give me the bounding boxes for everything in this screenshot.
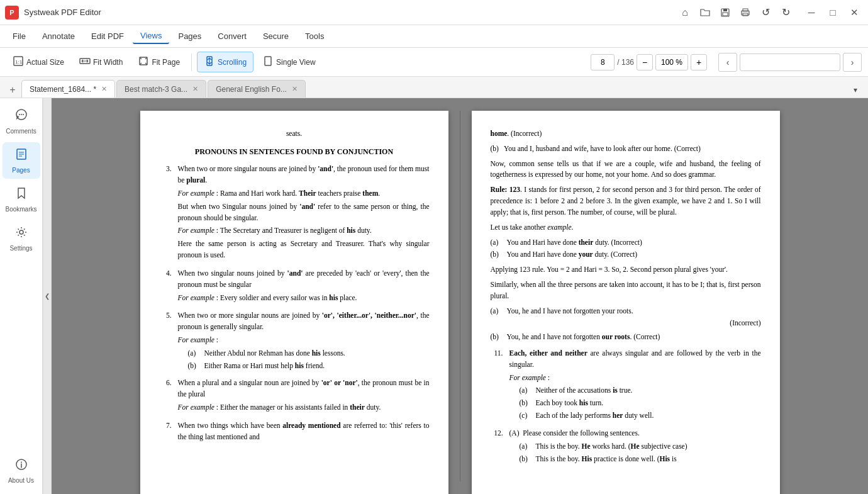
page-nav-group: / 136 − + ‹ › (591, 53, 862, 72)
pdf-viewer[interactable]: seats. PRONOUNS IN SENTENCES FOUND BY CO… (52, 98, 868, 494)
scrolling-btn[interactable]: Scrolling (197, 52, 253, 72)
tab-statement[interactable]: Statement_1684... * ✕ (21, 80, 115, 98)
tab-label: Statement_1684... * (30, 85, 96, 94)
page-input[interactable] (591, 54, 615, 70)
prev-page-button[interactable]: ‹ (718, 53, 737, 72)
bookmarks-icon (14, 186, 28, 203)
sidebar-item-bookmarks[interactable]: Bookmarks (3, 181, 40, 218)
close-button[interactable]: ✕ (845, 4, 863, 21)
pdf-item-a2: (a)You, he and I have not forgotten your… (491, 306, 761, 317)
pdf-b-top: (b) You and I, husband and wife, have to… (491, 143, 761, 155)
tab-close-generalenglish[interactable]: ✕ (292, 85, 298, 93)
folder-icon[interactable] (696, 3, 715, 22)
pages-label: Pages (12, 167, 30, 174)
tabs-overflow-button[interactable]: ▾ (848, 82, 863, 98)
single-view-btn[interactable]: Single View (256, 52, 321, 72)
pdf-page-right: home. (Incorrect) (b) You and I, husband… (472, 111, 780, 494)
scrolling-icon (204, 55, 215, 69)
fit-width-icon (79, 55, 91, 69)
pdf-item-11: 11. Each, either and neither are always … (491, 348, 761, 423)
print-icon[interactable] (736, 3, 755, 22)
svg-text:1:1: 1:1 (15, 59, 23, 65)
fit-width-label: Fit Width (93, 58, 123, 67)
pdf-para2: Let us take another example. (491, 222, 761, 233)
svg-rect-2 (723, 13, 728, 16)
scrolling-label: Scrolling (218, 58, 247, 67)
svg-rect-1 (723, 9, 727, 11)
undo-icon[interactable]: ↺ (756, 3, 775, 22)
comments-label: Comments (6, 128, 36, 135)
search-input[interactable] (740, 53, 840, 71)
pdf-para4: Similarly, when all the three persons ar… (491, 279, 761, 302)
fit-page-btn[interactable]: Fit Page (131, 52, 186, 72)
svg-point-15 (23, 114, 24, 115)
tab-close-bestmatch[interactable]: ✕ (192, 85, 198, 93)
tab-generalenglish[interactable]: General English Fo... ✕ (208, 80, 306, 98)
pdf-item-7: 7. When two things which have been alrea… (159, 420, 430, 445)
tab-bestmatch[interactable]: Best match-3 Ga... ✕ (116, 80, 206, 98)
redo-icon[interactable]: ↻ (776, 3, 795, 22)
fit-page-icon (138, 55, 149, 69)
save-icon[interactable] (716, 3, 735, 22)
menu-secure[interactable]: Secure (255, 29, 296, 43)
sidebar-item-pages[interactable]: Pages (3, 142, 40, 179)
sidebar-item-about[interactable]: About Us (3, 452, 40, 489)
menu-tools[interactable]: Tools (298, 29, 331, 43)
about-icon (14, 458, 28, 474)
page-total: / 136 (617, 58, 634, 67)
menu-pages[interactable]: Pages (170, 29, 209, 43)
pdf-item-12: 12. (A) Please consider the following se… (491, 428, 761, 466)
pdf-top-right: home. (Incorrect) (491, 128, 761, 140)
window-controls: ─ □ ✕ (803, 4, 863, 21)
pdf-item-a1: (a)You and Hari have done their duty. (I… (491, 237, 761, 249)
menu-file[interactable]: File (5, 29, 33, 43)
tab-label: Best match-3 Ga... (125, 85, 187, 94)
minimize-button[interactable]: ─ (803, 4, 820, 21)
menu-convert[interactable]: Convert (210, 29, 254, 43)
fit-width-btn[interactable]: Fit Width (73, 52, 129, 72)
svg-point-14 (21, 114, 22, 115)
pages-icon (14, 147, 28, 164)
svg-point-13 (19, 114, 20, 115)
zoom-input[interactable] (655, 54, 688, 70)
zoom-in-button[interactable]: + (691, 54, 707, 70)
main-area: Comments Pages Bookmarks Settings About … (0, 98, 868, 494)
svg-rect-11 (265, 57, 271, 65)
app-logo: P (5, 6, 19, 20)
sidebar-item-settings[interactable]: Settings (3, 220, 40, 257)
pdf-item-b2: (b)You, he and I have not forgotten our … (491, 332, 761, 343)
svg-point-19 (21, 462, 22, 463)
app-title: Systweak PDF Editor (24, 8, 668, 17)
title-bar: P Systweak PDF Editor ⌂ ↺ ↻ ─ □ ✕ (0, 0, 868, 25)
maximize-button[interactable]: □ (824, 4, 842, 21)
menu-views[interactable]: Views (133, 28, 169, 44)
pdf-heading-left: PRONOUNS IN SENTENCES FOUND BY CONJUNCTI… (159, 146, 430, 158)
about-label: About Us (8, 477, 34, 484)
pdf-incorrect: (Incorrect) (491, 318, 761, 329)
add-tab-button[interactable]: + (5, 82, 20, 98)
single-view-icon (262, 55, 274, 69)
next-page-button[interactable]: › (843, 53, 862, 72)
svg-point-17 (19, 230, 23, 234)
menu-editpdf[interactable]: Edit PDF (84, 29, 131, 43)
single-view-label: Single View (276, 58, 315, 67)
tabs-bar: + Statement_1684... * ✕ Best match-3 Ga.… (0, 77, 868, 98)
sidebar-item-comments[interactable]: Comments (3, 103, 40, 140)
toolbar: 1:1 Actual Size Fit Width Fit Page Scrol… (0, 48, 868, 77)
bookmarks-label: Bookmarks (5, 206, 36, 213)
pdf-para3: Applying 123 rule. You = 2 and Hari = 3.… (491, 264, 761, 276)
pdf-item-6: 6. When a plural and a singular noun are… (159, 378, 430, 415)
sidebar-collapse-handle[interactable]: ❮ (43, 98, 52, 494)
tab-close-statement[interactable]: ✕ (101, 85, 107, 93)
comments-icon (14, 108, 28, 125)
pdf-item-4: 4. When two singular nouns joined by 'an… (159, 268, 430, 305)
pdf-page-left: seats. PRONOUNS IN SENTENCES FOUND BY CO… (140, 111, 448, 494)
tab-label: General English Fo... (216, 85, 287, 94)
home-icon[interactable]: ⌂ (676, 3, 694, 22)
sidebar: Comments Pages Bookmarks Settings About … (0, 98, 43, 494)
pdf-top-text-left: seats. (159, 128, 430, 140)
actual-size-label: Actual Size (26, 58, 64, 67)
menu-annotate[interactable]: Annotate (35, 29, 82, 43)
actual-size-btn[interactable]: 1:1 Actual Size (6, 52, 70, 72)
zoom-out-button[interactable]: − (637, 54, 653, 70)
